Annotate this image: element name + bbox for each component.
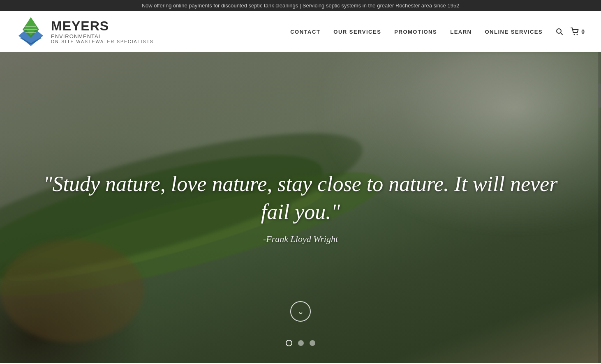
svg-line-9 bbox=[561, 33, 563, 35]
hero-section: "Study nature, love nature, stay close t… bbox=[0, 52, 601, 363]
carousel-dot-3[interactable] bbox=[310, 340, 315, 346]
nav-contact[interactable]: CONTACT bbox=[290, 29, 320, 35]
hero-attribution: -Frank Lloyd Wright bbox=[33, 234, 568, 245]
hero-quote: "Study nature, love nature, stay close t… bbox=[33, 170, 568, 226]
logo-tagline: ON-SITE WASTEWATER SPECIALISTS bbox=[51, 39, 154, 44]
main-nav: CONTACT OUR SERVICES PROMOTIONS LEARN ON… bbox=[290, 28, 585, 36]
logo-name: MEYERS bbox=[51, 19, 154, 33]
logo-icon bbox=[16, 15, 45, 48]
cart-icon[interactable]: 0 bbox=[571, 28, 585, 36]
scrollbar[interactable] bbox=[598, 52, 601, 363]
chevron-down-icon: ⌄ bbox=[297, 306, 304, 316]
nav-online-services[interactable]: ONLINE SERVICES bbox=[485, 29, 543, 35]
nav-icons: 0 bbox=[556, 28, 585, 36]
logo-text: MEYERS ENVIRONMENTAL ON-SITE WASTEWATER … bbox=[51, 19, 154, 44]
carousel-dot-2[interactable] bbox=[298, 340, 304, 346]
svg-point-11 bbox=[577, 34, 578, 35]
top-banner: Now offering online payments for discoun… bbox=[0, 0, 601, 11]
nav-our-services[interactable]: OUR SERVICES bbox=[333, 29, 381, 35]
logo-subtitle: ENVIRONMENTAL bbox=[51, 34, 154, 39]
search-icon[interactable] bbox=[556, 28, 563, 35]
banner-text: Now offering online payments for discoun… bbox=[142, 2, 460, 9]
carousel-dot-1[interactable] bbox=[286, 340, 292, 346]
svg-point-10 bbox=[574, 34, 575, 35]
nav-learn[interactable]: LEARN bbox=[450, 29, 472, 35]
cart-count: 0 bbox=[581, 28, 585, 35]
scroll-down-button[interactable]: ⌄ bbox=[290, 301, 311, 322]
logo-area[interactable]: MEYERS ENVIRONMENTAL ON-SITE WASTEWATER … bbox=[16, 15, 154, 48]
hero-content: "Study nature, love nature, stay close t… bbox=[0, 170, 601, 244]
nav-promotions[interactable]: PROMOTIONS bbox=[394, 29, 437, 35]
site-header: MEYERS ENVIRONMENTAL ON-SITE WASTEWATER … bbox=[0, 11, 601, 52]
carousel-dots bbox=[286, 340, 315, 346]
scrollbar-thumb[interactable] bbox=[598, 83, 601, 108]
